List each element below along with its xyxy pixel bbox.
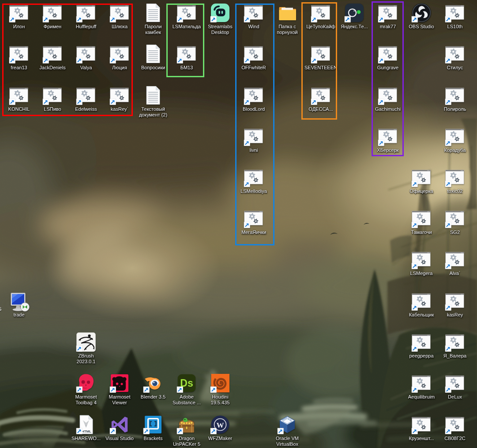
svg-text:W: W [217,421,224,429]
svg-text:HTML: HTML [82,429,91,433]
